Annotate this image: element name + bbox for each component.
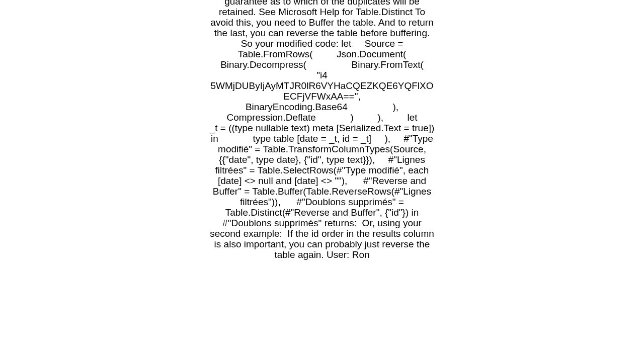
document-body: guarantee as to which of the duplicates … (209, 0, 435, 260)
